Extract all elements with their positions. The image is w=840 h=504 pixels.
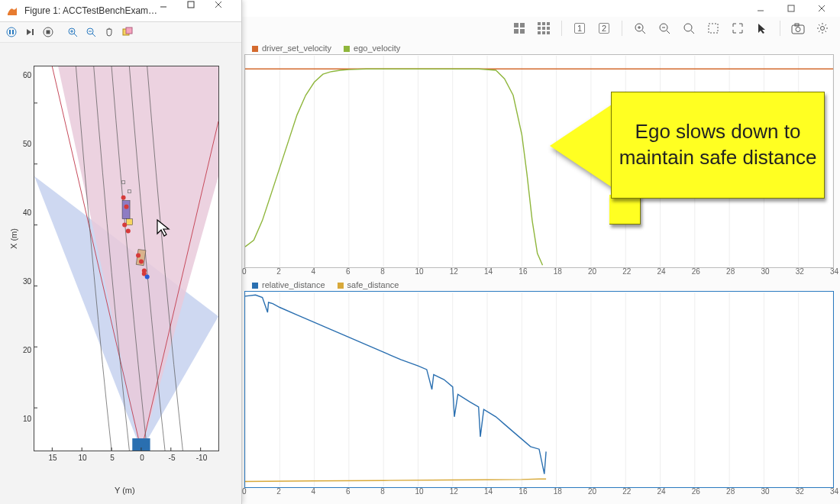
- x-tick-label: 30: [761, 487, 769, 496]
- svg-line-25: [691, 31, 694, 34]
- bottom-distance-plot[interactable]: 0246810121416182022242628303234: [244, 291, 834, 488]
- pan-hand-icon[interactable]: [101, 24, 118, 40]
- legend-item-driver-set-velocity: driver_set_velocity: [252, 44, 331, 53]
- svg-line-37: [819, 31, 820, 33]
- stop-icon[interactable]: [40, 24, 57, 40]
- svg-point-106: [139, 259, 144, 263]
- x-tick-label: 10: [415, 267, 423, 276]
- svg-rect-76: [188, 2, 194, 8]
- birdseye-y-tick: 10: [11, 415, 34, 423]
- svg-rect-27: [792, 25, 804, 34]
- svg-rect-94: [126, 27, 132, 34]
- x-tick-label: 22: [622, 267, 631, 276]
- figure-title: Figure 1: ACCTestBenchExample/Bir...: [24, 5, 159, 16]
- svg-rect-16: [547, 31, 550, 34]
- zoom-out-icon[interactable]: [653, 18, 676, 38]
- svg-point-30: [821, 27, 825, 31]
- x-tick-label: 2: [276, 267, 281, 276]
- zoom-x-icon[interactable]: [677, 18, 700, 38]
- birdseye-y-axis-label: X (m): [9, 228, 18, 249]
- mouse-cursor-icon: [156, 218, 173, 241]
- fullscreen-icon[interactable]: [726, 18, 749, 38]
- svg-rect-13: [547, 27, 550, 30]
- scope-plot-column: driver_set_velocity ego_velocity 0246810…: [244, 42, 834, 499]
- scope-toolbar: 1 2: [508, 17, 834, 40]
- matlab-app-icon: [5, 3, 20, 18]
- birdseye-y-tick: 60: [11, 71, 34, 79]
- zoom-in-icon[interactable]: [64, 24, 81, 40]
- x-tick-label: 0: [242, 267, 247, 276]
- x-tick-label: 6: [346, 267, 351, 276]
- svg-point-24: [684, 24, 692, 31]
- x-tick-label: 4: [312, 487, 316, 496]
- svg-rect-26: [709, 24, 718, 33]
- main-minimize-button[interactable]: [745, 0, 776, 17]
- x-tick-label: 28: [726, 487, 735, 496]
- x-tick-label: 26: [692, 267, 700, 276]
- birdseye-x-axis-label: Y (m): [115, 486, 135, 495]
- x-tick-label: 16: [519, 267, 527, 276]
- x-tick-label: 10: [415, 487, 423, 496]
- svg-rect-4: [514, 23, 519, 27]
- birdseye-x-tick: 15: [48, 451, 57, 462]
- layout-preset-2-button[interactable]: 2: [593, 18, 615, 38]
- birdseye-x-tick: 5: [110, 451, 115, 462]
- layout-preset-1-button[interactable]: 1: [568, 18, 591, 38]
- zoom-in-icon[interactable]: [628, 18, 651, 38]
- birdseye-plot[interactable]: 10 20 30 40 50 60 15 10 5 0 -5 -10: [34, 66, 219, 451]
- svg-line-87: [74, 34, 77, 37]
- step-forward-icon[interactable]: [21, 24, 38, 40]
- main-close-button[interactable]: [806, 0, 837, 17]
- svg-rect-85: [47, 31, 50, 34]
- x-tick-label: 18: [554, 487, 562, 496]
- pause-icon[interactable]: [3, 24, 20, 40]
- svg-rect-5: [520, 23, 525, 27]
- figure-body: 10 20 30 40 50 60 15 10 5 0 -5 -10 X (m)…: [0, 43, 241, 504]
- x-tick-label: 24: [657, 267, 666, 276]
- legend-item-relative-distance: relative_distance: [252, 280, 325, 289]
- figure-maximize-button[interactable]: [186, 0, 214, 21]
- x-tick-label: 0: [242, 487, 247, 496]
- x-tick-label: 14: [484, 487, 493, 496]
- legend-item-safe-distance: safe_distance: [338, 280, 399, 289]
- birdseye-y-tick: 30: [11, 277, 34, 286]
- data-cursor-icon[interactable]: [119, 24, 136, 40]
- birdseye-y-tick: 50: [11, 140, 34, 148]
- birdseye-y-tick: 40: [11, 208, 34, 217]
- svg-line-18: [642, 31, 645, 34]
- main-maximize-button[interactable]: [776, 0, 806, 17]
- x-tick-label: 8: [380, 487, 385, 496]
- zoom-fit-icon[interactable]: [702, 18, 725, 38]
- top-plot-legend: driver_set_velocity ego_velocity: [244, 42, 834, 54]
- x-tick-label: 32: [796, 487, 804, 496]
- svg-line-36: [825, 31, 827, 33]
- svg-rect-12: [542, 27, 545, 30]
- figure-minimize-button[interactable]: [159, 0, 186, 21]
- birdseye-x-tick: -10: [196, 451, 207, 462]
- layout-grid-small-icon[interactable]: [508, 18, 531, 38]
- birdseye-x-tick: 10: [78, 451, 86, 462]
- snapshot-icon[interactable]: [787, 18, 809, 38]
- svg-point-104: [126, 229, 131, 234]
- x-tick-label: 32: [796, 267, 804, 276]
- x-tick-label: 6: [346, 487, 351, 496]
- x-tick-label: 26: [692, 487, 700, 496]
- svg-rect-14: [538, 31, 541, 34]
- figure-titlebar[interactable]: Figure 1: ACCTestBenchExample/Bir...: [0, 0, 241, 22]
- layout-grid-large-icon[interactable]: [532, 18, 555, 38]
- x-tick-label: 34: [830, 267, 838, 276]
- x-tick-label: 14: [484, 267, 493, 276]
- svg-point-105: [136, 254, 141, 258]
- x-tick-label: 24: [657, 487, 666, 496]
- zoom-out-icon[interactable]: [82, 24, 99, 40]
- svg-point-79: [7, 27, 16, 37]
- figure-toolbar: [0, 22, 241, 43]
- x-tick-label: 8: [380, 267, 385, 276]
- x-tick-label: 16: [519, 487, 527, 496]
- settings-gear-icon[interactable]: [811, 18, 834, 38]
- x-tick-label: 20: [588, 487, 596, 496]
- top-velocity-plot[interactable]: 0246810121416182022242628303234: [244, 54, 834, 268]
- figure-close-button[interactable]: [214, 0, 241, 21]
- x-tick-label: 34: [830, 487, 838, 496]
- cursor-select-icon[interactable]: [751, 18, 774, 38]
